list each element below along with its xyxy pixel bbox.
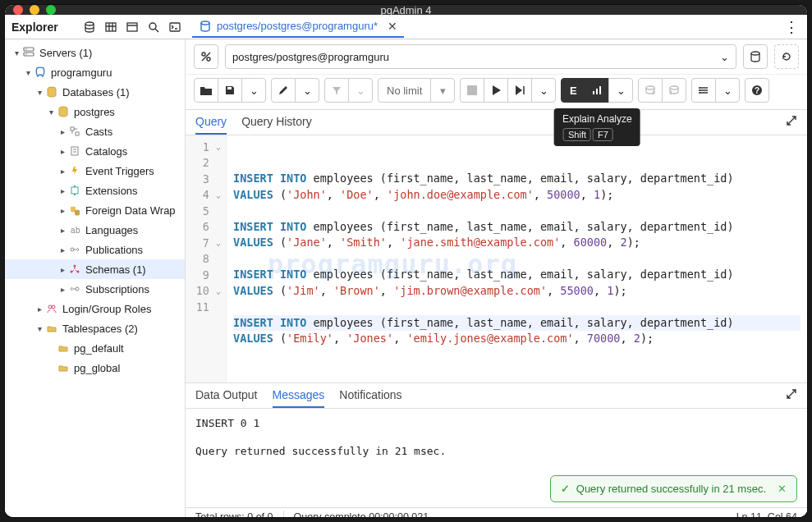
- reload-button[interactable]: [774, 44, 799, 69]
- svg-rect-41: [467, 85, 477, 95]
- svg-point-11: [201, 21, 209, 25]
- explorer-tool-terminal-icon[interactable]: [164, 16, 186, 38]
- filter-button[interactable]: [324, 78, 349, 103]
- connection-value: postgres/postgres@programguru: [232, 51, 389, 63]
- conn-cancel-button[interactable]: [194, 44, 218, 69]
- edit-dropdown[interactable]: ⌄: [295, 78, 319, 103]
- kebab-menu-icon[interactable]: ⋮: [784, 18, 799, 36]
- svg-text:?: ?: [755, 86, 759, 95]
- execute-dropdown[interactable]: ⌄: [531, 78, 556, 103]
- window-close[interactable]: [13, 5, 23, 15]
- svg-point-51: [699, 87, 700, 89]
- conn-db-button[interactable]: [743, 44, 768, 69]
- tab-notifications[interactable]: Notifications: [339, 388, 401, 408]
- tree-item[interactable]: ▸Casts: [5, 121, 185, 141]
- expand-icon[interactable]: [786, 115, 797, 126]
- save-dropdown[interactable]: ⌄: [241, 78, 266, 103]
- window-maximize[interactable]: [46, 5, 56, 15]
- window-minimize[interactable]: [30, 5, 39, 15]
- tree-item[interactable]: pg_global: [5, 358, 185, 378]
- svg-rect-9: [170, 23, 180, 31]
- tree-item[interactable]: ▸Extensions: [5, 181, 185, 200]
- tooltip: Explain Analyze ShiftF7: [554, 108, 640, 146]
- svg-point-14: [25, 48, 27, 50]
- save-button[interactable]: [218, 78, 242, 103]
- expand-output-icon[interactable]: [786, 388, 797, 400]
- limit-dropdown[interactable]: ▾: [430, 78, 455, 103]
- stop-button[interactable]: [460, 78, 484, 103]
- svg-point-37: [202, 53, 205, 56]
- status-rows: Total rows: 0 of 0: [195, 511, 273, 517]
- svg-rect-45: [599, 86, 601, 94]
- tree-item[interactable]: ▾Tablespaces (2): [5, 318, 185, 338]
- svg-point-34: [76, 287, 79, 291]
- explorer-tool-view-icon[interactable]: [122, 16, 143, 38]
- macros-button[interactable]: [691, 78, 716, 103]
- tab-query[interactable]: Query: [195, 115, 227, 135]
- toast-close-icon[interactable]: ✕: [778, 483, 787, 495]
- tree-item[interactable]: ▸Login/Group Roles: [5, 299, 185, 318]
- tree-item[interactable]: ▸Publications: [5, 240, 185, 259]
- explorer-tool-search-icon[interactable]: [143, 16, 164, 38]
- svg-rect-20: [71, 147, 78, 155]
- execute-button[interactable]: [484, 78, 508, 103]
- svg-rect-23: [71, 187, 78, 194]
- tree-item[interactable]: ▸Event Triggers: [5, 161, 185, 181]
- tab-close-icon[interactable]: ✕: [388, 20, 397, 33]
- svg-rect-19: [76, 132, 79, 135]
- titlebar: pgAdmin 4: [5, 5, 807, 15]
- svg-point-39: [751, 52, 759, 55]
- tree-item[interactable]: ▸Schemas (1): [5, 259, 185, 279]
- svg-rect-40: [227, 87, 232, 89]
- file-tab[interactable]: postgres/postgres@programguru* ✕: [192, 16, 404, 38]
- tab-data-output[interactable]: Data Output: [195, 388, 258, 408]
- status-cursor: Ln 11, Col 64: [736, 511, 797, 517]
- tree-item[interactable]: pg_default: [5, 338, 185, 358]
- code-editor[interactable]: 1⌄234⌄567⌄8910⌄11 INSERT INTO employees …: [186, 135, 807, 382]
- macros-dropdown[interactable]: ⌄: [715, 78, 740, 103]
- tree-item[interactable]: ▾programguru: [5, 62, 185, 82]
- explain-button[interactable]: E: [561, 78, 585, 103]
- tree-item[interactable]: ▾postgres: [5, 102, 185, 121]
- edit-button[interactable]: [271, 78, 296, 103]
- commit-button[interactable]: [638, 78, 663, 103]
- tab-query-history[interactable]: Query History: [241, 115, 312, 135]
- help-button[interactable]: ?: [745, 78, 769, 103]
- tree-item[interactable]: ▸Subscriptions: [5, 279, 185, 299]
- explorer-tool-grid-icon[interactable]: [100, 16, 122, 38]
- svg-point-36: [52, 305, 55, 309]
- svg-rect-1: [106, 23, 116, 31]
- tree-item[interactable]: ▸abLanguages: [5, 220, 185, 240]
- svg-text:b: b: [76, 226, 80, 235]
- explorer-tree[interactable]: ▾Servers (1)▾programguru▾Databases (1)▾p…: [5, 39, 186, 517]
- svg-rect-25: [74, 194, 76, 195]
- svg-point-38: [207, 57, 210, 61]
- open-button[interactable]: [194, 78, 218, 103]
- rollback-button[interactable]: [662, 78, 686, 103]
- svg-rect-18: [71, 127, 74, 130]
- file-tab-label: postgres/postgres@programguru*: [217, 20, 378, 32]
- svg-rect-12: [24, 48, 34, 51]
- connection-select[interactable]: postgres/postgres@programguru ⌄: [225, 44, 736, 69]
- explain-analyze-button[interactable]: Explain Analyze ShiftF7: [585, 78, 609, 103]
- explain-dropdown[interactable]: ⌄: [608, 78, 633, 103]
- svg-rect-43: [593, 91, 594, 94]
- tab-messages[interactable]: Messages: [273, 388, 325, 408]
- svg-point-30: [71, 248, 74, 251]
- explorer-tool-db-icon[interactable]: [79, 16, 100, 38]
- svg-point-0: [85, 22, 94, 25]
- execute-script-button[interactable]: [507, 78, 532, 103]
- svg-point-47: [670, 86, 678, 89]
- app-title: pgAdmin 4: [380, 5, 431, 16]
- tree-item[interactable]: ▾Databases (1): [5, 82, 185, 102]
- svg-point-7: [149, 23, 156, 30]
- tree-item[interactable]: ▸Foreign Data Wrap: [5, 200, 185, 220]
- filter-dropdown[interactable]: ⌄: [348, 78, 373, 103]
- tree-item[interactable]: ▸Catalogs: [5, 141, 185, 161]
- tree-item[interactable]: ▾Servers (1): [5, 43, 185, 62]
- chevron-down-icon: ⌄: [720, 51, 729, 63]
- svg-point-53: [699, 92, 700, 94]
- limit-select[interactable]: No limit: [378, 78, 431, 103]
- check-icon: ✓: [561, 483, 570, 495]
- svg-rect-44: [596, 89, 598, 94]
